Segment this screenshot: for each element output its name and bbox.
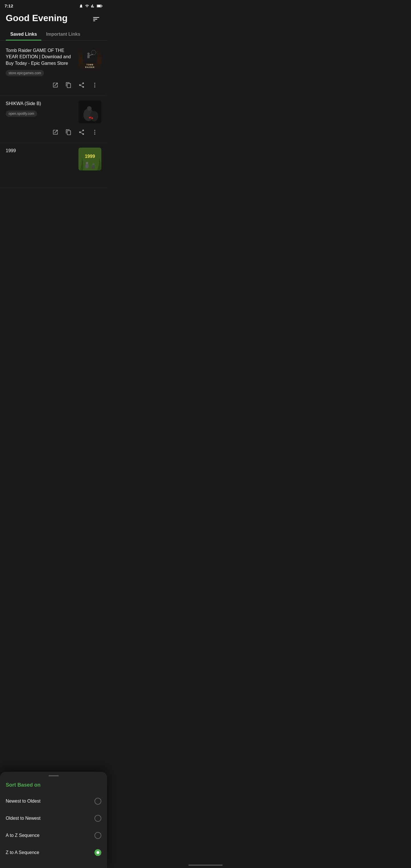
- header: Good Evening: [0, 10, 107, 29]
- svg-point-9: [94, 83, 95, 84]
- link-card-tomb-raider: Tomb Raider GAME OF THE YEAR EDITION | D…: [0, 43, 107, 96]
- svg-point-29: [92, 163, 94, 165]
- link-info-1999: 1999: [6, 148, 75, 157]
- link-domain-tomb-raider: store.epicgames.com: [6, 70, 44, 76]
- more-icon: [92, 129, 98, 135]
- link-title-tomb-raider: Tomb Raider GAME OF THE YEAR EDITION | D…: [6, 48, 75, 66]
- open-button-tomb-raider[interactable]: [49, 79, 62, 91]
- more-button-shikwa[interactable]: [88, 126, 101, 138]
- svg-point-28: [92, 165, 95, 169]
- svg-point-18: [91, 117, 93, 119]
- svg-rect-2: [97, 5, 101, 7]
- copy-button-shikwa[interactable]: [62, 126, 75, 138]
- open-icon: [52, 129, 59, 135]
- notification-icon: [79, 4, 83, 8]
- svg-point-20: [94, 130, 95, 131]
- svg-point-27: [86, 162, 88, 164]
- svg-rect-4: [83, 49, 97, 63]
- tab-important-links[interactable]: Important Links: [41, 29, 85, 40]
- svg-point-21: [94, 132, 95, 133]
- link-domain-shikwa: open.spotify.com: [6, 111, 37, 117]
- copy-button-tomb-raider[interactable]: [62, 79, 75, 91]
- more-button-tomb-raider[interactable]: [88, 79, 101, 91]
- status-icons: [79, 4, 102, 8]
- tomb-raider-figure: [83, 49, 97, 63]
- svg-point-10: [94, 85, 95, 86]
- share-icon: [78, 82, 85, 88]
- link-card-shikwa: SHIKWA (Side B) open.spotify.com: [0, 96, 107, 143]
- svg-point-15: [90, 111, 98, 121]
- svg-point-6: [87, 53, 90, 55]
- link-info-shikwa: SHIKWA (Side B) open.spotify.com: [6, 100, 75, 117]
- open-icon: [52, 82, 59, 88]
- link-thumbnail-shikwa: [78, 100, 101, 123]
- link-info-tomb-raider: Tomb Raider GAME OF THE YEAR EDITION | D…: [6, 48, 75, 76]
- status-bar: 7:12: [0, 0, 107, 10]
- shikwa-thumb-image: [78, 100, 101, 123]
- link-thumbnail-tomb-raider: TOMBRAIDER: [78, 48, 101, 70]
- share-button-shikwa[interactable]: [75, 126, 88, 138]
- copy-icon: [65, 82, 72, 88]
- page-title: Good Evening: [6, 13, 68, 23]
- link-title-1999: 1999: [6, 148, 75, 154]
- open-button-shikwa[interactable]: [49, 126, 62, 138]
- signal-icon: [91, 4, 95, 8]
- svg-point-16: [87, 106, 92, 111]
- share-icon: [78, 129, 85, 135]
- status-time: 7:12: [5, 3, 13, 8]
- wifi-icon: [85, 4, 89, 8]
- tab-saved-links[interactable]: Saved Links: [6, 29, 41, 40]
- link-actions-tomb-raider: [6, 76, 101, 91]
- link-actions-shikwa: [6, 123, 101, 138]
- link-card-1999: 1999 1999: [0, 143, 107, 188]
- svg-text:1999: 1999: [85, 154, 95, 159]
- svg-rect-3: [102, 5, 102, 6]
- svg-point-22: [94, 134, 95, 135]
- link-thumbnail-1999: 1999: [78, 148, 101, 170]
- battery-icon: [97, 4, 102, 8]
- link-title-shikwa: SHIKWA (Side B): [6, 100, 75, 107]
- svg-point-19: [91, 117, 92, 118]
- tabs-container: Saved Links Important Links: [0, 29, 107, 40]
- 1999-thumb-image: 1999: [78, 148, 101, 170]
- share-button-tomb-raider[interactable]: [75, 79, 88, 91]
- filter-button[interactable]: [91, 14, 101, 24]
- copy-icon: [65, 129, 72, 135]
- filter-icon: [92, 15, 100, 23]
- svg-point-26: [85, 164, 89, 168]
- more-icon: [92, 82, 98, 88]
- svg-point-11: [94, 87, 95, 88]
- svg-rect-7: [87, 55, 90, 58]
